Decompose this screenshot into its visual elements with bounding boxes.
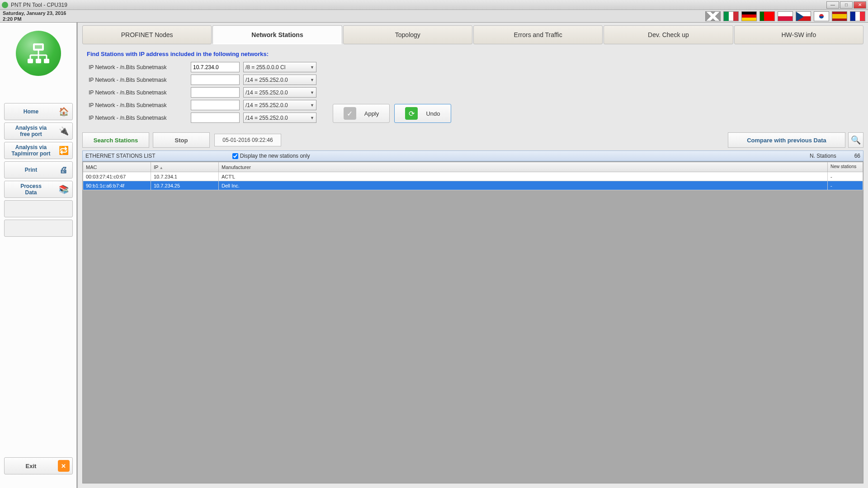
cell-new: - — [828, 172, 863, 181]
sidebar-analysis-free-port-button[interactable]: Analysis via free port🔌 — [4, 122, 73, 140]
mask-value: /14 = 255.252.0.0 — [245, 77, 288, 83]
sidebar-home-button[interactable]: Home🏠 — [4, 103, 73, 120]
sidebar-empty-button-1 — [4, 200, 73, 217]
flag-pl[interactable] — [778, 11, 793, 21]
col-mac[interactable]: MAC — [83, 162, 151, 172]
ip-network-label: IP Network - /n.Bits Subnetmask — [82, 115, 191, 121]
minimize-button[interactable]: — — [826, 1, 839, 9]
sidebar-item-label: Analysis via Tap/mirror port — [12, 144, 51, 157]
compare-button[interactable]: Compare with previous Data — [728, 132, 845, 148]
display-new-only-label: Display the new stations only — [240, 153, 310, 159]
book-icon: 📚 — [58, 183, 70, 195]
exit-button[interactable]: Exit✕ — [4, 457, 73, 474]
check-icon: ✓ — [344, 107, 356, 120]
ip-network-row: IP Network - /n.Bits Subnetmask/14 = 255… — [82, 75, 316, 85]
tab-topology[interactable]: Topology — [343, 25, 472, 44]
compare-icon-button[interactable]: 🔍 — [848, 132, 863, 148]
ip-address-input[interactable] — [191, 75, 240, 85]
cell-manufacturer: Dell Inc. — [219, 181, 828, 190]
table-row[interactable]: 00:03:27:41:c0:6710.7.234.1ACT'L- — [83, 172, 863, 181]
subnet-mask-select[interactable]: /14 = 255.252.0.0▼ — [243, 100, 316, 110]
cell-ip: 10.7.234.1 — [151, 172, 219, 181]
subnet-mask-select[interactable]: /14 = 255.252.0.0▼ — [243, 87, 316, 98]
cell-ip: 10.7.234.25 — [151, 181, 219, 190]
current-time: 2:20 PM — [3, 16, 66, 22]
subnet-mask-select[interactable]: /14 = 255.252.0.0▼ — [243, 75, 316, 85]
flag-de[interactable] — [741, 11, 757, 21]
tab-network-stations[interactable]: Network Stations — [212, 25, 342, 44]
close-button[interactable]: ✕ — [854, 1, 866, 9]
flag-uk[interactable] — [705, 11, 721, 21]
subnet-mask-select[interactable]: /14 = 255.252.0.0▼ — [243, 113, 316, 123]
window-title: PNT PN Tool - CPU319 — [11, 2, 826, 8]
ip-address-input[interactable] — [191, 100, 240, 110]
flag-es[interactable] — [832, 11, 847, 21]
sidebar-print-button[interactable]: Print🖨 — [4, 161, 73, 178]
chevron-down-icon: ▼ — [310, 78, 314, 82]
apply-button[interactable]: ✓Apply — [333, 104, 390, 123]
svg-rect-1 — [35, 46, 42, 47]
list-title: ETHERNET STATIONS LIST — [85, 153, 156, 159]
exit-icon: ✕ — [58, 460, 70, 472]
stop-button[interactable]: Stop — [153, 132, 210, 148]
maximize-button[interactable]: □ — [840, 1, 853, 9]
window-titlebar: PNT PN Tool - CPU319 — □ ✕ — [0, 0, 868, 10]
compare-icon: 🔍 — [851, 135, 861, 145]
cell-mac: 90:b1:1c:a6:b7:4f — [83, 181, 151, 190]
flag-kr[interactable] — [814, 11, 829, 21]
refresh-icon: ⟳ — [405, 107, 418, 120]
ip-address-input[interactable] — [191, 87, 240, 98]
stations-table-wrap: MAC IP Manufacturer New stations 00:03:2… — [82, 161, 863, 483]
flag-fr[interactable] — [850, 11, 865, 21]
ip-network-label: IP Network - /n.Bits Subnetmask — [82, 102, 191, 108]
cell-manufacturer: ACT'L — [219, 172, 828, 181]
nstations-count: 66 — [854, 153, 860, 159]
tab-dev-checkup[interactable]: Dev. Check up — [604, 25, 733, 44]
tab-errors-traffic[interactable]: Errors and Traffic — [473, 25, 603, 44]
col-new-stations[interactable]: New stations — [828, 162, 863, 172]
col-manufacturer[interactable]: Manufacturer — [219, 162, 828, 172]
mask-value: /14 = 255.252.0.0 — [245, 89, 288, 96]
stations-list-header: ETHERNET STATIONS LIST Display the new s… — [82, 150, 863, 161]
col-ip[interactable]: IP — [151, 162, 219, 172]
flag-pt[interactable] — [760, 11, 775, 21]
ip-network-row: IP Network - /n.Bits Subnetmask/14 = 255… — [82, 100, 316, 110]
sidebar-empty-button-2 — [4, 220, 73, 237]
chevron-down-icon: ▼ — [310, 90, 314, 95]
undo-label: Undo — [426, 110, 440, 117]
svg-rect-8 — [28, 59, 33, 63]
sidebar-analysis-tap-button[interactable]: Analysis via Tap/mirror port🔁 — [4, 142, 73, 159]
tab-profinet-nodes[interactable]: PROFINET Nodes — [82, 25, 212, 44]
exit-label: Exit — [26, 463, 37, 469]
ip-address-input[interactable] — [191, 62, 240, 72]
ip-network-label: IP Network - /n.Bits Subnetmask — [82, 89, 191, 96]
subnet-mask-select[interactable]: /8 = 255.0.0.0 Cl▼ — [243, 62, 316, 72]
form-heading: Find Stations with IP address included i… — [87, 51, 863, 57]
flag-it[interactable] — [723, 11, 739, 21]
app-logo — [16, 31, 61, 76]
sidebar-item-label: Print — [25, 167, 37, 173]
table-row[interactable]: 90:b1:1c:a6:b7:4f10.7.234.25Dell Inc.- — [83, 181, 863, 190]
ip-network-row: IP Network - /n.Bits Subnetmask/14 = 255… — [82, 113, 316, 123]
nstations-label: N. Stations — [810, 153, 836, 159]
app-icon — [2, 2, 8, 8]
stations-table[interactable]: MAC IP Manufacturer New stations 00:03:2… — [83, 162, 863, 190]
mirror-icon: 🔁 — [58, 145, 70, 156]
content-area: PROFINET Nodes Network Stations Topology… — [78, 23, 868, 488]
svg-rect-0 — [33, 43, 44, 51]
sidebar-process-data-button[interactable]: Process Data📚 — [4, 181, 73, 198]
search-stations-button[interactable]: Search Stations — [82, 132, 149, 148]
sidebar-item-label: Analysis via free port — [15, 125, 47, 137]
current-date: Saturday, January 23, 2016 — [3, 10, 66, 16]
last-scan-timestamp: 05-01-2016 09:22:46 — [214, 134, 281, 146]
ip-network-label: IP Network - /n.Bits Subnetmask — [82, 64, 191, 70]
ip-address-input[interactable] — [191, 113, 240, 123]
undo-button[interactable]: ⟳Undo — [394, 104, 451, 123]
tab-hw-sw-info[interactable]: HW-SW info — [734, 25, 863, 44]
flag-cz[interactable] — [796, 11, 811, 21]
main-tabs: PROFINET Nodes Network Stations Topology… — [82, 25, 863, 44]
ip-network-label: IP Network - /n.Bits Subnetmask — [82, 77, 191, 83]
ip-network-row: IP Network - /n.Bits Subnetmask/14 = 255… — [82, 87, 316, 98]
display-new-only-checkbox[interactable] — [232, 153, 238, 159]
mask-value: /14 = 255.252.0.0 — [245, 115, 288, 121]
